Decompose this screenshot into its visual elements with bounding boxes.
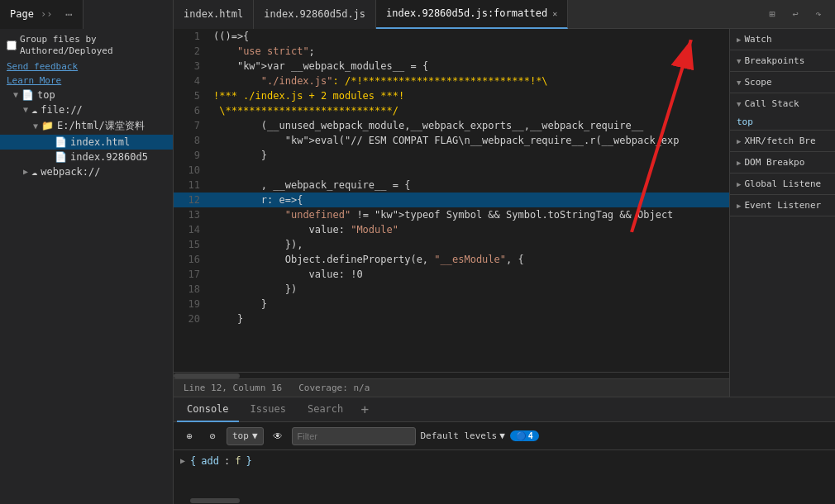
- learn-more-link[interactable]: Learn More: [0, 74, 173, 88]
- top-context-selector[interactable]: top ▼: [227, 427, 264, 445]
- coverage-status: Coverage: n/a: [298, 383, 370, 393]
- call-stack-header[interactable]: ▼ Call Stack: [730, 93, 835, 114]
- panel-layout-icon[interactable]: ⊞: [762, 4, 782, 24]
- scope-header[interactable]: ▼ Scope: [730, 72, 835, 93]
- bottom-toolbar: ⊕ ⊘ top ▼ 👁 Default levels ▼ 🔵 4: [174, 422, 835, 450]
- add-tab-button[interactable]: +: [355, 400, 375, 420]
- line-number: 3: [174, 59, 207, 74]
- eye-icon[interactable]: 👁: [269, 427, 287, 445]
- tab-issues[interactable]: Issues: [241, 397, 296, 422]
- line-number: 12: [174, 193, 207, 207]
- line-number: 8: [174, 133, 207, 148]
- tab-page[interactable]: Page ›› ⋯: [0, 0, 84, 29]
- clear-console-icon[interactable]: ⊕: [180, 427, 198, 445]
- tab-index-js-formatted[interactable]: index.92860d5d.js:formatted ✕: [376, 0, 568, 29]
- line-content: [207, 163, 729, 178]
- tab-console[interactable]: Console: [177, 397, 239, 422]
- tab-search[interactable]: Search: [298, 397, 353, 422]
- section-breakpoints: ▼ Breakpoints: [730, 50, 835, 72]
- line-content: }: [207, 297, 729, 311]
- console-obj-start: {: [190, 454, 196, 468]
- filter-icon[interactable]: ⊘: [203, 427, 222, 445]
- tree-item-top[interactable]: ▼ 📄 top: [0, 88, 173, 102]
- h-scrollbar[interactable]: [174, 372, 729, 378]
- top-selector-arrow-icon: ▼: [252, 430, 258, 441]
- event-header[interactable]: ▶ Event Listener: [730, 195, 835, 216]
- line-content: (()=>{: [207, 29, 729, 44]
- tab-more-icon[interactable]: ››: [34, 8, 59, 20]
- console-key: add: [201, 454, 219, 468]
- code-wrapper: 1(()=>{2 "use strict";3 "kw">var __webpa…: [174, 29, 729, 326]
- line-content: }),: [207, 237, 729, 252]
- event-label: Event Listener: [744, 200, 821, 211]
- tab-index-js[interactable]: index.92860d5d.js: [254, 0, 376, 29]
- dom-header[interactable]: ▶ DOM Breakpo: [730, 152, 835, 173]
- tab-close-icon[interactable]: ✕: [552, 9, 557, 18]
- tab-index-js-formatted-label: index.92860d5d.js:formatted: [386, 7, 547, 19]
- line-content: !*** ./index.js + 2 modules ***!: [207, 88, 729, 103]
- line-number: 1: [174, 29, 207, 44]
- xhr-label: XHR/fetch Bre: [744, 136, 815, 146]
- section-dom: ▶ DOM Breakpo: [730, 152, 835, 174]
- line-number: 20: [174, 311, 207, 326]
- left-tab-area: Page ›› ⋯: [0, 0, 174, 29]
- tab-index-js-label: index.92860d5d.js: [264, 8, 365, 20]
- call-stack-item-top[interactable]: top: [730, 114, 835, 130]
- editor-area: 1(()=>{2 "use strict";3 "kw">var __webpa…: [174, 29, 729, 397]
- tab-icon-group: ⊞ ↩ ↷: [762, 4, 835, 24]
- line-content: , __webpack_require__ = {: [207, 178, 729, 193]
- folder-icon: 📄: [21, 89, 34, 101]
- line-number: 19: [174, 297, 207, 311]
- bottom-scrollbar-thumb: [190, 498, 240, 503]
- xhr-header[interactable]: ▶ XHR/fetch Bre: [730, 131, 835, 151]
- table-row: 11 , __webpack_require__ = {: [174, 178, 729, 193]
- file-icon: 📄: [55, 136, 67, 148]
- line-content: \****************************/: [207, 103, 729, 118]
- dom-label: DOM Breakpo: [744, 157, 804, 168]
- section-event: ▶ Event Listener: [730, 195, 835, 216]
- tab-options-icon[interactable]: ⋯: [65, 7, 72, 21]
- console-output: ▶ {add: f}: [174, 450, 835, 497]
- breakpoints-header[interactable]: ▼ Breakpoints: [730, 50, 835, 71]
- tab-index-html-label: index.html: [184, 8, 243, 20]
- tree-item-file[interactable]: ▼ ☁ file://: [0, 102, 173, 117]
- default-levels-button[interactable]: Default levels ▼: [421, 430, 505, 441]
- tab-bar: Page ›› ⋯ index.html index.92860d5d.js i…: [0, 0, 835, 29]
- table-row: 6 \****************************/: [174, 103, 729, 118]
- watch-header[interactable]: ▶ Watch: [730, 29, 835, 50]
- main-area: Group files by Authored/Deployed Send fe…: [0, 29, 835, 504]
- forward-icon[interactable]: ↷: [809, 4, 828, 24]
- bottom-scrollbar[interactable]: [174, 497, 835, 504]
- line-content: "use strict";: [207, 44, 729, 59]
- group-files-checkbox[interactable]: [7, 40, 17, 50]
- table-row: 3 "kw">var __webpack_modules__ = {: [174, 59, 729, 74]
- left-panel-content: Group files by Authored/Deployed Send fe…: [0, 29, 173, 504]
- arrow-down-icon-2: ▼: [23, 105, 28, 114]
- tree-item-index-js-short[interactable]: 📄 index.92860d5: [0, 150, 173, 164]
- tree-index-html-label: index.html: [70, 136, 130, 148]
- badge-icon: 🔵: [516, 431, 526, 440]
- default-levels-arrow-icon: ▼: [499, 430, 505, 441]
- tab-index-html[interactable]: index.html: [174, 0, 254, 29]
- global-header[interactable]: ▶ Global Listene: [730, 174, 835, 194]
- tree-item-index-html[interactable]: 📄 index.html: [0, 135, 173, 150]
- group-files-row[interactable]: Group files by Authored/Deployed: [0, 32, 173, 59]
- tree-item-webpack[interactable]: ▶ ☁ webpack://: [0, 164, 173, 179]
- line-content: }: [207, 148, 729, 163]
- table-row: 12 r: e=>{: [174, 193, 729, 207]
- table-row: 4 "./index.js": /*!*********************…: [174, 74, 729, 88]
- line-number: 5: [174, 88, 207, 103]
- filter-input[interactable]: [292, 427, 416, 445]
- global-arrow-icon: ▶: [737, 180, 741, 188]
- line-content: Object.defineProperty(e, "__esModule", {: [207, 252, 729, 267]
- line-number: 6: [174, 103, 207, 118]
- section-scope: ▼ Scope: [730, 72, 835, 93]
- send-feedback-link[interactable]: Send feedback: [0, 59, 173, 74]
- expand-arrow-icon[interactable]: ▶: [180, 454, 185, 468]
- line-content: (__unused_webpack_module,__webpack_expor…: [207, 118, 729, 133]
- tab-console-label: Console: [187, 403, 229, 415]
- tree-item-folder[interactable]: ▼ 📁 E:/html/课堂资料: [0, 117, 173, 135]
- code-container[interactable]: 1(()=>{2 "use strict";3 "kw">var __webpa…: [174, 29, 729, 372]
- console-obj-end: }: [246, 454, 251, 468]
- back-icon[interactable]: ↩: [785, 4, 805, 24]
